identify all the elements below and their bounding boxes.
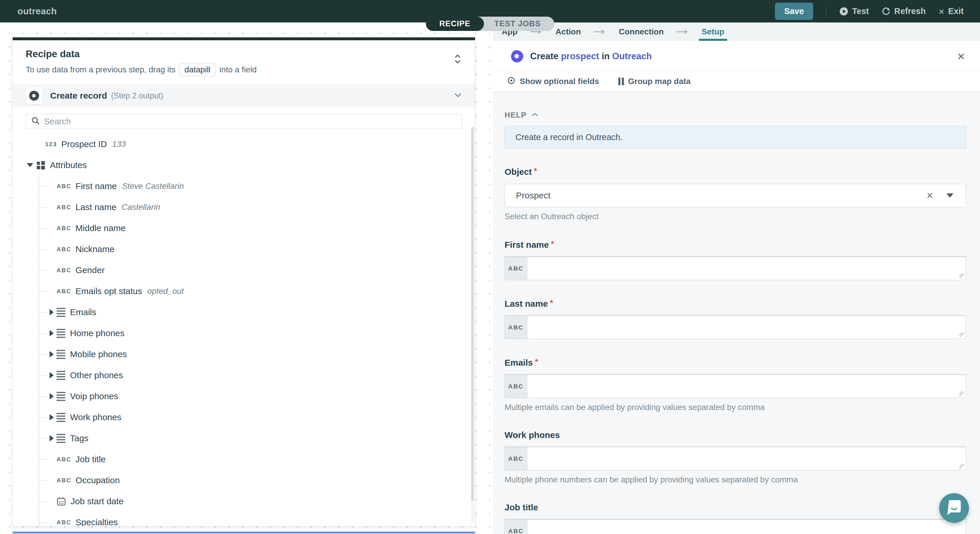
step-source-row[interactable]: Create record (Step 2 output) (13, 84, 475, 107)
caret-right-icon[interactable] (49, 351, 54, 357)
datapill-row[interactable]: ABCEmails opt statusopted_out (13, 281, 475, 302)
datapill-row[interactable]: Other phones (13, 365, 475, 386)
breadcrumb-item-connection[interactable]: Connection (619, 22, 664, 41)
datapill-sample-value: Steve Castellarin (122, 182, 184, 191)
save-button[interactable]: Save (775, 3, 813, 20)
number-type-icon: 123 (45, 141, 57, 148)
caret-right-icon[interactable] (49, 330, 54, 336)
datapill-row[interactable]: Home phones (13, 323, 475, 344)
datapill-row[interactable]: Work phones (13, 407, 475, 428)
dropdown-caret-icon[interactable] (947, 193, 953, 198)
scrollbar-thumb[interactable] (471, 127, 474, 501)
resize-handle-icon[interactable] (959, 332, 964, 337)
recipe-canvas: Recipe data To use data from a previous … (0, 22, 493, 534)
datapill-row[interactable]: ABCOccupation (13, 470, 475, 491)
caret-right-icon[interactable] (49, 372, 54, 378)
datapill-label: Gender (76, 265, 105, 275)
string-type-icon: ABC (57, 183, 72, 190)
caret-right-icon[interactable] (49, 435, 54, 442)
field-textarea[interactable] (527, 447, 966, 470)
tab-recipe[interactable]: RECIPE (426, 17, 484, 31)
field-textarea[interactable] (527, 257, 966, 280)
datapill-label: Other phones (70, 370, 123, 380)
resize-handle-icon[interactable] (959, 464, 964, 469)
datapill-row[interactable]: ABCJob title (13, 449, 475, 470)
clear-selection-icon[interactable]: × (927, 190, 933, 201)
chevron-up-icon (531, 112, 539, 118)
caret-right-icon[interactable] (49, 414, 54, 421)
exit-button[interactable]: × Exit (939, 6, 964, 16)
text-input-group: ABC (504, 520, 966, 534)
datapill-row[interactable]: ABCSpecialties (13, 512, 475, 526)
outreach-logo-icon (511, 50, 523, 62)
datapill-row[interactable]: Job start date (13, 491, 475, 512)
tab-test-jobs[interactable]: TEST JOBS (484, 17, 554, 31)
field-textarea[interactable] (527, 316, 966, 339)
recipe-data-panel: Recipe data To use data from a previous … (13, 37, 475, 526)
list-type-icon (57, 329, 65, 338)
string-type-icon: ABC (57, 456, 72, 463)
field-label: Job title (504, 502, 966, 512)
show-optional-fields-button[interactable]: Show optional fields (507, 76, 599, 87)
search-input[interactable] (44, 117, 457, 126)
datapill-row[interactable]: ABCNickname (13, 239, 475, 260)
caret-right-icon[interactable] (49, 393, 54, 400)
field-helper-text: Select an Outreach object (504, 212, 966, 221)
list-type-icon (57, 434, 65, 443)
breadcrumb-item-action[interactable]: Action (555, 22, 581, 41)
list-glyph (57, 392, 65, 401)
panel-scrollbar[interactable] (471, 127, 474, 524)
field-textarea[interactable] (527, 520, 966, 534)
text-input-group: ABC (504, 375, 966, 398)
refresh-button[interactable]: Refresh (882, 6, 926, 16)
datapill-label: Occupation (76, 475, 120, 485)
resize-handle-icon[interactable] (959, 391, 964, 396)
collapse-panel-icon[interactable] (453, 53, 462, 66)
form-field: Emails*ABCMultiple emails can be applied… (504, 357, 966, 412)
action-setup-form: HELP Create a record in Outreach. Object… (493, 91, 980, 534)
datapill-row[interactable]: ABCGender (13, 260, 475, 281)
datapill-row[interactable]: ABCLast nameCastellarin (13, 197, 475, 218)
string-type-icon: ABC (57, 267, 72, 274)
datapill-label: Prospect ID (61, 139, 107, 149)
datapill-row[interactable]: Attributes (13, 155, 475, 176)
test-button[interactable]: Test (839, 6, 869, 16)
app-link[interactable]: Outreach (612, 51, 652, 61)
close-icon: × (939, 6, 944, 16)
chat-bubble-icon (947, 500, 961, 516)
close-action-icon[interactable]: × (957, 50, 965, 63)
list-glyph (57, 350, 65, 359)
resize-handle-icon[interactable] (959, 273, 964, 278)
group-map-data-button[interactable]: Group map data (618, 77, 690, 86)
datapill-row[interactable]: ABCFirst nameSteve Castellarin (13, 176, 475, 197)
breadcrumb-item-setup[interactable]: Setup (702, 22, 724, 41)
datapill-row[interactable]: Voip phones (13, 386, 475, 407)
datapill-row[interactable]: Tags (13, 428, 475, 449)
datapill-row[interactable]: Mobile phones (13, 344, 475, 365)
refresh-icon (882, 7, 891, 16)
list-glyph (57, 371, 65, 380)
help-toggle[interactable]: HELP (504, 111, 966, 120)
recipe-data-header: Recipe data To use data from a previous … (13, 40, 475, 83)
datapill-label: Emails (70, 307, 96, 317)
next-card-accent (13, 532, 475, 533)
field-type-badge: ABC (504, 257, 527, 280)
object-select[interactable]: Prospect× (504, 184, 966, 207)
caret-down-icon[interactable] (27, 163, 33, 167)
text-input-group: ABC (504, 447, 966, 470)
string-type-icon: ABC (57, 225, 72, 232)
select-icons: × (927, 190, 953, 201)
create-record-step-icon (29, 91, 39, 100)
datapill-row[interactable]: Emails (13, 302, 475, 323)
text-input-group: ABC (504, 316, 966, 339)
field-label: Emails* (504, 357, 966, 368)
caret-right-icon[interactable] (49, 309, 54, 316)
chevron-down-icon[interactable] (454, 92, 462, 99)
field-type-badge: ABC (504, 520, 527, 534)
object-link[interactable]: prospect (561, 51, 599, 61)
breadcrumb-arrow-icon (593, 29, 607, 34)
datapill-row[interactable]: 123Prospect ID133 (13, 134, 475, 155)
field-textarea[interactable] (527, 375, 966, 398)
datapill-row[interactable]: ABCMiddle name (13, 218, 475, 239)
chat-launcher-button[interactable] (939, 493, 969, 523)
